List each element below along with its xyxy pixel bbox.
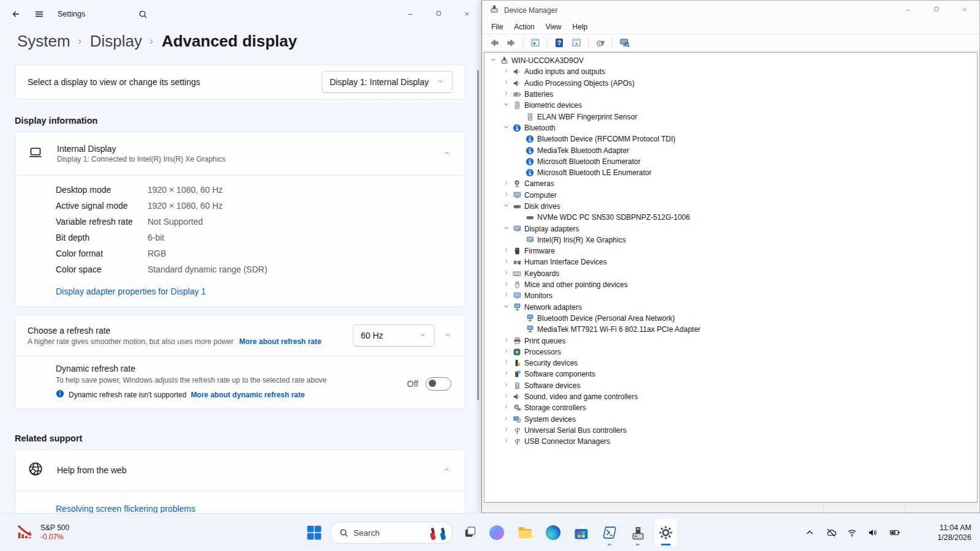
toolbar-tb-props-button[interactable] — [569, 36, 584, 50]
taskbar-task-view-button[interactable] — [456, 518, 481, 547]
tree-item[interactable]: Software components — [484, 369, 977, 380]
hamburger-menu-icon[interactable] — [34, 9, 44, 19]
close-button[interactable] — [453, 0, 481, 28]
tree-item[interactable]: Keyboards — [484, 268, 977, 279]
tree-item[interactable]: Batteries — [484, 89, 977, 100]
tray-wifi-icon[interactable] — [846, 528, 858, 538]
more-about-dynamic-refresh-link[interactable]: More about dynamic refresh rate — [190, 391, 304, 399]
breadcrumb-system[interactable]: System — [17, 32, 70, 51]
tree-item[interactable]: Biometric devices — [484, 100, 977, 111]
breadcrumb-display[interactable]: Display — [90, 32, 142, 51]
collapse-chevron-icon[interactable] — [443, 467, 451, 474]
taskbar-clock[interactable]: 11:04 AM 1/28/2026 — [937, 514, 971, 551]
help-from-web-header[interactable]: Help from the web — [15, 450, 465, 490]
minimize-button[interactable] — [895, 1, 923, 20]
refresh-rate-dropdown[interactable]: 60 Hz — [353, 324, 435, 347]
chevron-down-icon[interactable] — [502, 124, 512, 132]
tree-item[interactable]: USB Connector Managers — [484, 436, 977, 447]
screen-flickering-help-link[interactable]: Resolving screen flickering problems — [56, 504, 195, 514]
tree-item[interactable]: Audio Processing Objects (APOs) — [484, 78, 977, 89]
taskbar-store-button[interactable] — [569, 518, 594, 547]
tree-item[interactable]: Microsoft Bluetooth Enumerator — [484, 156, 977, 167]
taskbar-copilot-button[interactable] — [484, 518, 509, 547]
chevron-right-icon[interactable] — [502, 247, 512, 255]
menu-file[interactable]: File — [486, 23, 508, 31]
tree-item[interactable]: Monitors — [484, 290, 977, 301]
chevron-right-icon[interactable] — [502, 370, 512, 378]
tree-item[interactable]: Universal Serial Bus controllers — [484, 425, 977, 436]
chevron-right-icon[interactable] — [502, 337, 512, 345]
tree-item[interactable]: Firmware — [484, 246, 977, 257]
taskbar-edge-button[interactable] — [541, 518, 565, 547]
tree-item[interactable]: Disk drives — [484, 201, 977, 212]
chevron-down-icon[interactable] — [502, 203, 512, 210]
maximize-button[interactable] — [425, 0, 453, 28]
taskbar-search[interactable]: Search — [330, 522, 453, 544]
tree-item[interactable]: Print queues — [484, 335, 977, 346]
internal-display-header[interactable]: Internal Display Display 1: Connected to… — [15, 132, 465, 175]
toolbar-tb-scan-button[interactable] — [593, 36, 608, 50]
tree-item[interactable]: Cameras — [484, 178, 977, 189]
tree-item[interactable]: Processors — [484, 347, 977, 358]
tree-item[interactable]: MediaTek MT7921 Wi-Fi 6 802.11ax PCIe Ad… — [484, 324, 977, 335]
taskbar-start-button[interactable] — [302, 518, 326, 547]
toolbar-tb-help-button[interactable]: ? — [552, 36, 567, 50]
chevron-down-icon[interactable] — [489, 57, 499, 64]
widgets-button[interactable]: S&P 500 -0.07% — [11, 514, 74, 551]
tree-item[interactable]: Security devices — [484, 358, 977, 369]
chevron-right-icon[interactable] — [502, 382, 512, 389]
collapse-chevron-icon[interactable] — [443, 150, 451, 158]
tree-item[interactable]: Intel(R) Iris(R) Xe Graphics — [484, 234, 977, 246]
chevron-right-icon[interactable] — [502, 281, 512, 288]
taskbar-settings-button[interactable] — [654, 518, 678, 547]
chevron-right-icon[interactable] — [502, 416, 512, 423]
toolbar-tb-monitor-button[interactable] — [617, 36, 631, 50]
tray-volume-icon[interactable] — [867, 528, 878, 538]
chevron-right-icon[interactable] — [502, 270, 512, 277]
chevron-right-icon[interactable] — [502, 292, 512, 299]
close-button[interactable] — [951, 1, 979, 20]
tree-item[interactable]: ELAN WBF Fingerprint Sensor — [484, 111, 977, 122]
chevron-right-icon[interactable] — [502, 68, 512, 75]
tray-cloud-off-icon[interactable] — [824, 528, 837, 538]
chevron-down-icon[interactable] — [502, 304, 512, 311]
tree-item[interactable]: MediaTek Bluetooth Adapter — [484, 144, 977, 156]
tree-item[interactable]: Bluetooth — [484, 122, 977, 133]
chevron-right-icon[interactable] — [502, 192, 512, 199]
scrollbar[interactable] — [477, 70, 479, 400]
menu-help[interactable]: Help — [567, 23, 594, 31]
tree-item[interactable]: Bluetooth Device (RFCOMM Protocol TDI) — [484, 133, 977, 144]
collapse-chevron-icon[interactable] — [445, 332, 453, 340]
menu-action[interactable]: Action — [508, 23, 540, 31]
tray-battery-icon[interactable] — [888, 528, 900, 538]
minimize-button[interactable] — [397, 0, 425, 28]
back-icon[interactable] — [11, 9, 21, 19]
chevron-right-icon[interactable] — [502, 438, 512, 445]
dynamic-refresh-toggle[interactable] — [426, 377, 451, 391]
chevron-down-icon[interactable] — [502, 102, 512, 109]
tree-item[interactable]: Network adapters — [484, 302, 977, 313]
chevron-right-icon[interactable] — [502, 348, 512, 356]
display-selector-dropdown[interactable]: Display 1: Internal Display — [322, 71, 453, 93]
toolbar-tb-console-button[interactable] — [528, 36, 543, 50]
menu-view[interactable]: View — [540, 23, 567, 31]
toolbar-nav-back-button[interactable] — [487, 36, 502, 50]
more-about-refresh-rate-link[interactable]: More about refresh rate — [239, 337, 322, 346]
search-icon[interactable] — [138, 9, 148, 19]
tree-item[interactable]: Bluetooth Device (Personal Area Network) — [484, 313, 977, 324]
tree-item[interactable]: Display adapters — [484, 223, 977, 234]
tree-item[interactable]: Microsoft Bluetooth LE Enumerator — [484, 167, 977, 178]
chevron-right-icon[interactable] — [502, 404, 512, 411]
tree-item[interactable]: Human Interface Devices — [484, 257, 977, 268]
tree-item[interactable]: System devices — [484, 414, 977, 425]
chevron-right-icon[interactable] — [502, 258, 512, 266]
tray-chevron-icon[interactable] — [805, 528, 815, 538]
taskbar-device-manager-button[interactable] — [625, 518, 650, 547]
chevron-right-icon[interactable] — [502, 359, 512, 367]
chevron-down-icon[interactable] — [502, 225, 512, 233]
maximize-button[interactable] — [923, 1, 951, 20]
tree-item[interactable]: Storage controllers — [484, 402, 977, 413]
chevron-right-icon[interactable] — [502, 80, 512, 87]
chevron-right-icon[interactable] — [502, 393, 512, 400]
toolbar-nav-fwd-button[interactable] — [504, 36, 519, 50]
